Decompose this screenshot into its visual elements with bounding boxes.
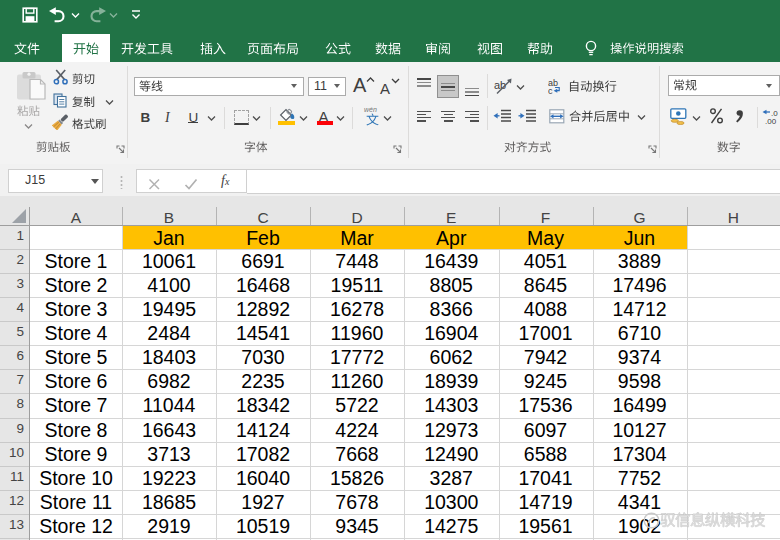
svg-text:.00: .00 [765, 117, 777, 125]
svg-text:ab: ab [494, 79, 506, 91]
svg-text:c: c [548, 86, 553, 96]
